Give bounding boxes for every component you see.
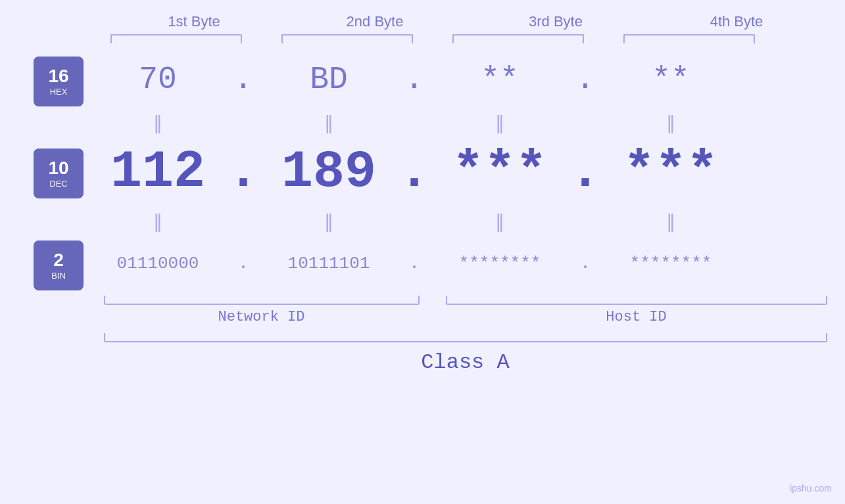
bin-row: 01110000 . 10111101 . ******** . (85, 234, 845, 293)
eq2-b2: ‖ (256, 210, 401, 232)
hex-row: 70 . BD . ** . ** (85, 50, 845, 109)
top-brackets (104, 34, 827, 43)
bin-dot2: . (401, 254, 427, 273)
dec-dot1: . (230, 142, 256, 202)
dec-dot3: . (572, 142, 598, 202)
bin-dot1: . (230, 254, 256, 273)
bin-byte3: ******** (427, 254, 572, 273)
full-bracket (104, 333, 827, 342)
byte3-header: 3rd Byte (483, 13, 628, 30)
bottom-brackets-row (104, 296, 827, 305)
hex-byte3: ** (427, 62, 572, 97)
network-id-label: Network ID (104, 309, 420, 325)
main-container: 1st Byte 2nd Byte 3rd Byte 4th Byte 16 H… (0, 0, 845, 504)
hex-byte4: ** (598, 62, 743, 97)
bracket-byte3 (452, 34, 584, 43)
eq2-b4: ‖ (598, 210, 743, 232)
badges-column: 16 HEX 10 DEC 2 BIN (0, 50, 85, 293)
badge-hex: 16 HEX (34, 57, 84, 106)
dec-byte4: *** (598, 142, 743, 202)
bracket-byte2 (281, 34, 413, 43)
host-id-label: Host ID (446, 309, 827, 325)
bin-byte1: 01110000 (85, 254, 230, 273)
equals-row-2: ‖ ‖ ‖ ‖ (85, 208, 845, 234)
eq1-b1: ‖ (85, 112, 230, 133)
bottom-section: Network ID Host ID Class A (104, 296, 827, 375)
data-rows: 70 . BD . ** . ** (85, 50, 845, 293)
watermark: ipshu.com (790, 483, 832, 493)
bin-dot3: . (572, 254, 598, 273)
bracket-byte1 (110, 34, 242, 43)
bin-byte4: ******** (598, 254, 743, 273)
hex-byte2: BD (256, 62, 401, 97)
dec-row: 112 . 189 . *** . *** (85, 135, 845, 208)
equals-row-1: ‖ ‖ ‖ ‖ (85, 109, 845, 135)
dec-byte3: *** (427, 142, 572, 202)
eq2-b3: ‖ (427, 210, 572, 232)
eq1-b2: ‖ (256, 112, 401, 133)
byte-headers: 1st Byte 2nd Byte 3rd Byte 4th Byte (104, 13, 827, 30)
dec-byte2: 189 (256, 142, 401, 202)
badge-dec: 10 DEC (34, 149, 84, 198)
hex-dot2: . (401, 62, 427, 97)
dec-dot2: . (401, 142, 427, 202)
dec-byte1: 112 (85, 142, 230, 202)
class-label: Class A (104, 350, 827, 375)
byte2-header: 2nd Byte (302, 13, 447, 30)
badge-bin: 2 BIN (34, 241, 84, 290)
bottom-labels-row: Network ID Host ID (104, 309, 827, 325)
hex-dot1: . (230, 62, 256, 97)
hex-byte1: 70 (85, 62, 230, 97)
byte4-header: 4th Byte (664, 13, 809, 30)
host-bracket (446, 296, 827, 305)
hex-dot3: . (572, 62, 598, 97)
network-bracket (104, 296, 420, 305)
eq1-b3: ‖ (427, 112, 572, 133)
byte1-header: 1st Byte (122, 13, 266, 30)
eq2-b1: ‖ (85, 210, 230, 232)
main-rows: 16 HEX 10 DEC 2 BIN 70 . (0, 50, 845, 293)
bin-byte2: 10111101 (256, 254, 401, 273)
bracket-byte4 (623, 34, 755, 43)
eq1-b4: ‖ (598, 112, 743, 133)
